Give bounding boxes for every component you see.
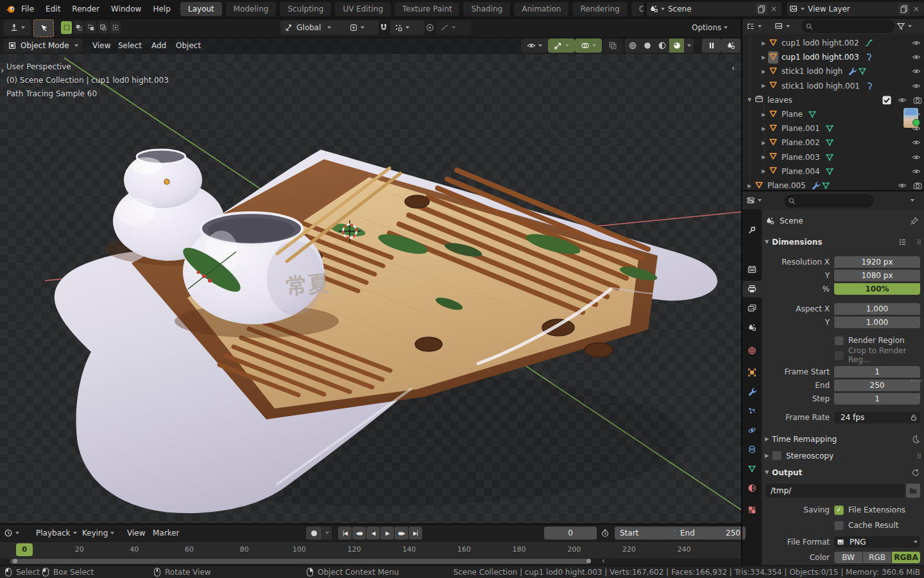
- frame-start-field[interactable]: Start1: [615, 527, 684, 539]
- timeline-editor-type-button[interactable]: [4, 527, 19, 539]
- properties-tab-object-data[interactable]: [742, 460, 762, 477]
- tab-animation[interactable]: Animation: [514, 2, 569, 16]
- pivot-point-dropdown[interactable]: [345, 21, 379, 35]
- tab-compositing[interactable]: Compositing: [631, 2, 644, 16]
- shading-solid-button[interactable]: [640, 39, 654, 53]
- next-keyframe-button[interactable]: ◆▶: [395, 527, 408, 539]
- close-icon[interactable]: ×: [911, 4, 921, 13]
- tab-modeling[interactable]: Modeling: [226, 2, 277, 16]
- jump-start-button[interactable]: |◀: [338, 527, 352, 539]
- eye-icon[interactable]: [911, 81, 921, 91]
- properties-tab-physics[interactable]: [742, 422, 762, 439]
- resolution-y-field[interactable]: 1080 px: [834, 270, 920, 281]
- proportional-falloff-dropdown[interactable]: [436, 21, 471, 35]
- eye-icon[interactable]: [911, 152, 921, 162]
- new-view-layer-icon[interactable]: [898, 3, 910, 15]
- menu-edit[interactable]: Edit: [40, 4, 66, 13]
- properties-search-field[interactable]: [785, 195, 873, 207]
- resolution-x-field[interactable]: 1920 px: [834, 256, 920, 268]
- outliner-row[interactable]: ▶cup1 lod0 hight.002: [742, 36, 924, 50]
- timeline-menu-playback[interactable]: Playback: [36, 525, 77, 541]
- aspect-y-field[interactable]: 1.000: [834, 317, 920, 328]
- expand-arrow-icon[interactable]: ▶: [759, 40, 768, 46]
- outliner-row[interactable]: ▶cup1 lod0 hight.003: [742, 50, 924, 64]
- outliner-row[interactable]: ▶Plane.001: [742, 121, 924, 136]
- properties-options-icon[interactable]: [911, 199, 914, 202]
- play-reverse-button[interactable]: ◀: [366, 527, 380, 539]
- timeline-menu-view[interactable]: View: [127, 525, 145, 541]
- properties-editor-type-button[interactable]: [746, 194, 762, 207]
- view-layer-selector[interactable]: View Layer ×: [787, 2, 924, 16]
- area-divider-timeline[interactable]: [0, 523, 741, 525]
- properties-tab-particles[interactable]: [742, 403, 762, 419]
- collection-checkbox[interactable]: [882, 95, 892, 105]
- auto-keying-button[interactable]: [306, 527, 321, 539]
- frame-rate-dropdown[interactable]: 24 fps: [834, 412, 920, 423]
- outliner-filter-button[interactable]: [896, 20, 912, 33]
- outliner-display-mode-button[interactable]: [774, 20, 790, 33]
- tab-uv-editing[interactable]: UV Editing: [335, 2, 391, 16]
- properties-tab-world[interactable]: [742, 342, 762, 359]
- options-dropdown[interactable]: Options: [692, 21, 728, 34]
- crop-region-checkbox[interactable]: [834, 351, 844, 360]
- outliner-row[interactable]: ▶stick1 lod0 high: [742, 64, 924, 78]
- 3d-viewport[interactable]: 常夏: [0, 37, 741, 523]
- eye-icon[interactable]: [911, 137, 921, 148]
- file-format-dropdown[interactable]: PNG: [834, 536, 920, 548]
- animate-decorator-icon[interactable]: ‹⋯›: [910, 376, 923, 385]
- current-frame-field[interactable]: 0: [544, 527, 597, 539]
- sidebar-expand-icon[interactable]: ‹: [732, 63, 735, 73]
- render-region-checkbox[interactable]: [834, 336, 844, 346]
- outliner-row[interactable]: ▶Plane.002: [742, 136, 924, 150]
- select-mode-new-button[interactable]: [61, 21, 72, 34]
- select-mode-subtract-button[interactable]: [85, 21, 96, 34]
- timeline-scrollbar[interactable]: ‹: [0, 558, 741, 565]
- properties-tab-render[interactable]: [742, 261, 762, 278]
- xray-toggle-button[interactable]: [603, 39, 622, 53]
- object-visibility-dropdown[interactable]: [521, 39, 548, 53]
- viewport-canvas[interactable]: 常夏: [0, 37, 741, 523]
- select-mode-invert-button[interactable]: [98, 21, 108, 34]
- new-scene-icon[interactable]: [756, 3, 767, 15]
- tab-sculpting[interactable]: Sculpting: [280, 2, 331, 16]
- outliner-row[interactable]: ▶Plane: [742, 107, 924, 121]
- properties-tab-modifiers[interactable]: [742, 383, 762, 400]
- menu-file[interactable]: File: [15, 4, 40, 13]
- outliner-row[interactable]: ▼leaves: [742, 93, 924, 107]
- eye-icon[interactable]: [911, 66, 921, 76]
- select-mode-intersect-button[interactable]: [110, 21, 121, 34]
- shading-wireframe-button[interactable]: [625, 39, 640, 53]
- tab-rendering[interactable]: Rendering: [572, 2, 627, 16]
- jump-end-button[interactable]: ▶|: [409, 527, 422, 539]
- viewport-menu-object[interactable]: Object: [176, 37, 201, 54]
- current-frame-badge[interactable]: 0: [16, 543, 33, 556]
- eye-icon[interactable]: [911, 38, 921, 48]
- camera-icon[interactable]: [912, 180, 923, 190]
- play-button[interactable]: ▶: [381, 527, 394, 539]
- blender-logo-icon[interactable]: [5, 4, 15, 14]
- eye-icon[interactable]: [911, 166, 921, 177]
- viewport-menu-view[interactable]: View: [92, 37, 110, 54]
- viewport-menu-add[interactable]: Add: [151, 37, 166, 54]
- properties-tab-tool[interactable]: [742, 222, 762, 238]
- transform-orientation-dropdown[interactable]: Global: [280, 21, 350, 35]
- presets-list-icon[interactable]: [898, 238, 907, 247]
- collapse-arrow-icon[interactable]: ‹: [602, 556, 605, 565]
- select-mode-extend-button[interactable]: [73, 21, 84, 34]
- properties-tab-constraints[interactable]: [742, 441, 762, 458]
- scene-selector[interactable]: Scene ×: [647, 2, 782, 16]
- color-rgba-button[interactable]: RGBA: [892, 552, 920, 563]
- scene-stats-button[interactable]: [721, 39, 740, 53]
- menu-render[interactable]: Render: [66, 4, 105, 13]
- cache-result-checkbox[interactable]: [834, 521, 844, 530]
- properties-tab-material[interactable]: [742, 480, 762, 496]
- folder-browse-button[interactable]: [906, 484, 920, 498]
- viewport-menu-select[interactable]: Select: [118, 37, 142, 54]
- editor-type-button[interactable]: [4, 20, 31, 35]
- color-bw-button[interactable]: BW: [834, 552, 862, 563]
- stereoscopy-checkbox[interactable]: [772, 451, 782, 460]
- outliner-row[interactable]: ▶stick1 lod0 high.001: [742, 79, 924, 93]
- eye-icon[interactable]: [897, 95, 907, 105]
- time-remapping-panel-header[interactable]: ▶ Time Remapping: [762, 432, 924, 446]
- outliner-editor-type-button[interactable]: [746, 20, 762, 33]
